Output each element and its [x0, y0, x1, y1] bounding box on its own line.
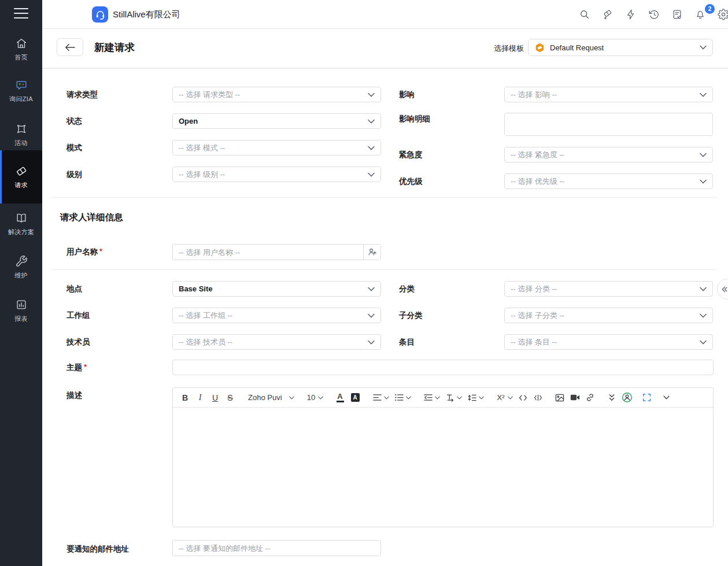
category-placeholder: -- 选择 分类 --: [511, 284, 557, 294]
status-value: Open: [179, 117, 198, 125]
chevron-down-icon: [700, 287, 707, 291]
settings-gear-icon[interactable]: [718, 9, 728, 20]
sidebar-item-label: 解决方案: [8, 228, 34, 236]
side-panel-collapse-button[interactable]: [717, 279, 728, 299]
headset-logo-icon: [95, 9, 106, 20]
menu-hamburger-icon[interactable]: [14, 8, 28, 19]
description-rich-text-editor: B I U S Zoho Puvi 10 A A X: [172, 387, 714, 527]
font-color-letter: A: [337, 393, 342, 400]
insert-video-button[interactable]: [568, 391, 581, 405]
sidebar-item-activities[interactable]: 活动: [0, 123, 42, 147]
requester-name-input[interactable]: [173, 245, 363, 260]
sidebar-item-maintenance[interactable]: 维护: [0, 255, 42, 280]
description-editor-body[interactable]: [173, 408, 713, 527]
technician-select[interactable]: -- 选择 技术员 --: [172, 334, 381, 350]
add-requester-button[interactable]: [363, 245, 380, 260]
sidebar-item-requests[interactable]: 请求: [0, 150, 42, 204]
sidebar-item-zia[interactable]: 询问ZIA: [0, 79, 42, 103]
new-request-icon[interactable]: [602, 9, 614, 20]
superscript-button[interactable]: X²: [494, 391, 507, 405]
priority-select[interactable]: -- 选择 优先级 --: [504, 173, 713, 189]
item-label: 条目: [399, 337, 415, 347]
urgency-label: 紧急度: [399, 150, 423, 160]
item-placeholder: -- 选择 条目 --: [511, 337, 557, 347]
highlight-color-button[interactable]: A: [349, 391, 361, 405]
app-logo[interactable]: [92, 6, 108, 23]
sidebar-item-label: 询问ZIA: [9, 95, 33, 103]
urgency-select[interactable]: -- 选择 紧急度 --: [504, 147, 713, 162]
chevron-down-icon[interactable]: [508, 396, 515, 399]
list-button[interactable]: [393, 391, 405, 405]
impact-details-textarea[interactable]: [504, 113, 713, 136]
bold-button[interactable]: B: [179, 391, 191, 405]
fullscreen-button[interactable]: [640, 391, 653, 405]
font-family-select[interactable]: Zoho Puvi: [246, 391, 289, 405]
font-color-button[interactable]: A: [334, 391, 346, 405]
code-button[interactable]: [516, 391, 529, 405]
double-chevron-left-icon: [720, 286, 728, 293]
activities-icon: [15, 123, 28, 135]
notification-badge: 2: [705, 4, 715, 14]
line-spacing-button[interactable]: [465, 391, 478, 405]
more-tools-button[interactable]: [605, 391, 618, 405]
sidebar-item-home[interactable]: 首页: [0, 37, 42, 62]
urgency-placeholder: -- 选择 紧急度 --: [511, 150, 564, 160]
chevron-down-icon: [368, 146, 375, 150]
insert-image-button[interactable]: [553, 391, 566, 405]
level-placeholder: -- 选择 级别 --: [179, 169, 225, 180]
subcategory-select[interactable]: -- 选择 子分类 --: [504, 308, 713, 323]
template-select[interactable]: Default Request: [528, 39, 713, 56]
chevron-down-icon[interactable]: [457, 396, 464, 399]
sidebar-item-solutions[interactable]: 解决方案: [0, 212, 42, 236]
top-header: StillAlive有限公司 2: [42, 0, 728, 29]
back-arrow-icon: [65, 43, 75, 51]
editor-toolbar: B I U S Zoho Puvi 10 A A X: [173, 388, 713, 408]
italic-button[interactable]: I: [194, 391, 206, 405]
underline-button[interactable]: U: [209, 391, 221, 405]
font-size-select[interactable]: 10: [305, 391, 317, 405]
insert-link-button[interactable]: [583, 391, 596, 405]
site-select[interactable]: Base Site: [172, 281, 381, 297]
email-to-notify-input[interactable]: [172, 540, 381, 556]
chevron-down-icon: [700, 93, 707, 97]
align-button[interactable]: [371, 391, 383, 405]
highlight-letter: A: [351, 393, 360, 402]
sidebar-item-label: 请求: [14, 181, 28, 190]
quick-actions-icon[interactable]: [625, 9, 637, 20]
subject-input[interactable]: [172, 360, 714, 375]
chevron-down-icon[interactable]: [479, 396, 486, 399]
chevron-down-icon[interactable]: [318, 396, 325, 399]
search-icon[interactable]: [579, 9, 590, 20]
chevron-down-icon[interactable]: [406, 396, 413, 399]
impact-select[interactable]: -- 选择 影响 --: [504, 87, 713, 102]
mode-select[interactable]: -- 选择 模式 --: [172, 140, 381, 156]
collapse-toolbar-button[interactable]: [660, 391, 672, 405]
mention-user-button[interactable]: [620, 391, 633, 405]
chevron-down-icon[interactable]: [289, 396, 296, 399]
sidebar-item-reports[interactable]: 报表: [0, 298, 42, 323]
required-asterisk: *: [84, 362, 87, 371]
sidebar-item-label: 首页: [14, 53, 28, 62]
code-block-button[interactable]: [531, 391, 544, 405]
app-window: 首页 询问ZIA 活动 请求 解决方案 维护 报表: [0, 0, 728, 566]
level-select[interactable]: -- 选择 级别 --: [172, 167, 381, 182]
indent-button[interactable]: [422, 391, 434, 405]
text-direction-button[interactable]: [444, 391, 456, 405]
history-icon[interactable]: [648, 9, 660, 20]
group-select[interactable]: -- 选择 工作组 --: [172, 308, 381, 323]
item-select[interactable]: -- 选择 条目 --: [504, 334, 713, 350]
back-button[interactable]: [57, 38, 83, 56]
notifications-bell-icon[interactable]: [694, 9, 706, 20]
chevron-down-icon: [368, 93, 375, 97]
mode-placeholder: -- 选择 模式 --: [179, 143, 225, 153]
strikethrough-button[interactable]: S: [224, 391, 236, 405]
chevron-down-icon[interactable]: [384, 396, 391, 399]
impact-placeholder: -- 选择 影响 --: [511, 90, 557, 100]
status-select[interactable]: Open: [172, 113, 381, 129]
tasks-icon[interactable]: [671, 9, 683, 20]
impact-label: 影响: [399, 90, 415, 100]
category-select[interactable]: -- 选择 分类 --: [504, 281, 713, 297]
request-type-select[interactable]: -- 选择 请求类型 --: [172, 87, 381, 102]
chevron-down-icon[interactable]: [435, 396, 442, 399]
chevron-down-icon: [700, 340, 707, 345]
